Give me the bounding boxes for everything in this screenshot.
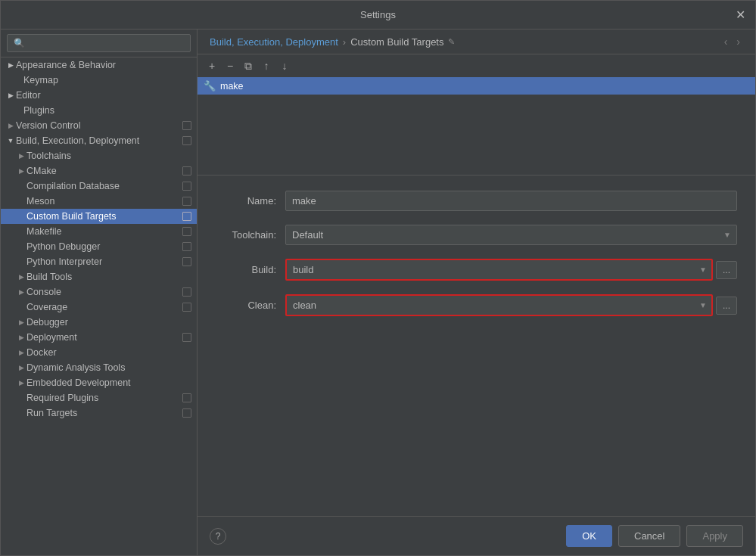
arrow-icon: ▶ [16,332,26,343]
clean-ellipsis-button[interactable]: ... [716,297,737,315]
toolchain-select[interactable]: Default [285,225,737,245]
sidebar-item-label: Coverage [26,302,182,312]
sidebar-item-embedded-dev[interactable]: ▶ Embedded Development [1,375,197,390]
toolchain-select-wrapper: Default ▼ [285,225,737,245]
sidebar-item-label: Toolchains [26,151,197,161]
name-row: Name: [216,191,737,211]
arrow-icon: ▶ [16,377,26,388]
apply-button[interactable]: Apply [686,525,743,547]
ok-button[interactable]: OK [566,525,612,547]
badge-icon [182,196,192,207]
sidebar-item-label: Editor [16,90,197,101]
arrow-icon: ▶ [16,272,26,282]
build-ellipsis-button[interactable]: ... [716,261,737,279]
move-down-button[interactable]: ↓ [276,57,293,74]
arrow-icon: ▶ [16,287,26,297]
breadcrumb-current: Custom Build Targets [350,36,443,48]
dialog-title: Settings [360,9,396,20]
nav-arrows: ‹ › [721,36,743,48]
sidebar-item-console[interactable]: ▶ Console [1,284,197,300]
arrow-icon: ▶ [5,90,16,101]
help-button[interactable]: ? [210,528,226,545]
name-label: Name: [216,195,276,207]
arrow-icon: ▶ [16,151,26,161]
target-icon: 🔧 [204,80,216,92]
sidebar-item-label: Keymap [23,75,197,85]
badge-icon [182,332,192,343]
arrow-icon: ▶ [5,60,16,70]
sidebar-item-required-plugins[interactable]: Required Plugins [1,390,197,405]
arrow-icon: ▶ [16,166,26,176]
sidebar-item-plugins[interactable]: Plugins [1,103,197,118]
sidebar-item-label: Appearance & Behavior [16,60,197,70]
cancel-button[interactable]: Cancel [618,525,680,547]
arrow-icon: ▶ [16,317,26,328]
sidebar-item-docker[interactable]: ▶ Docker [1,345,197,360]
breadcrumb-parent[interactable]: Build, Execution, Deployment [210,36,338,48]
copy-target-button[interactable]: ⧉ [240,57,257,74]
sidebar-item-label: Required Plugins [26,393,182,403]
panel-header: Build, Execution, Deployment › Custom Bu… [198,30,755,54]
arrow-icon: ▶ [16,347,26,358]
move-up-button[interactable]: ↑ [258,57,275,74]
sidebar-item-label: Custom Build Targets [26,211,182,222]
sidebar-item-label: Makefile [26,226,182,237]
sidebar-item-build-exec[interactable]: ▼ Build, Execution, Deployment [1,133,197,148]
sidebar: ▶ Appearance & Behavior Keymap ▶ Editor [1,30,198,555]
sidebar-item-dynamic-analysis[interactable]: ▶ Dynamic Analysis Tools [1,360,197,375]
sidebar-item-debugger[interactable]: ▶ Debugger [1,315,197,330]
sidebar-item-label: Docker [26,347,197,358]
breadcrumb-separator: › [343,36,346,48]
add-target-button[interactable]: + [204,57,220,74]
sidebar-item-run-targets[interactable]: Run Targets [1,405,197,421]
sidebar-item-label: Deployment [26,332,182,343]
sidebar-item-makefile[interactable]: Makefile [1,224,197,239]
badge-icon [182,241,192,252]
close-button[interactable]: ✕ [734,9,746,21]
clean-select-wrapper: clean ▼ [285,294,713,316]
sidebar-item-python-interpreter[interactable]: Python Interpreter [1,254,197,269]
sidebar-item-coverage[interactable]: Coverage [1,300,197,315]
search-input[interactable] [7,34,191,52]
sidebar-item-label: Console [26,287,182,297]
sidebar-item-label: Version Control [16,120,182,131]
nav-forward-button[interactable]: › [733,36,743,48]
sidebar-item-appearance[interactable]: ▶ Appearance & Behavior [1,57,197,73]
badge-icon [182,302,192,312]
right-panel: Build, Execution, Deployment › Custom Bu… [198,30,755,555]
sidebar-item-keymap[interactable]: Keymap [1,73,197,88]
badge-icon [182,226,192,237]
settings-dialog: Settings ✕ ▶ Appearance & Behavior Keyma… [0,0,756,556]
sidebar-item-version-control[interactable]: ▶ Version Control [1,118,197,133]
sidebar-item-label: Meson [26,196,182,207]
badge-icon [182,393,192,403]
sidebar-item-python-debugger[interactable]: Python Debugger [1,239,197,254]
badge-icon [182,408,192,418]
name-input[interactable] [285,191,737,211]
sidebar-item-deployment[interactable]: ▶ Deployment [1,330,197,345]
clean-select-group: clean ▼ ... [285,294,737,316]
edit-icon: ✎ [448,36,459,47]
sidebar-item-compilation-db[interactable]: Compilation Database [1,179,197,194]
sidebar-item-label: Build, Execution, Deployment [16,135,182,146]
sidebar-item-build-tools[interactable]: ▶ Build Tools [1,269,197,284]
nav-back-button[interactable]: ‹ [721,36,731,48]
sidebar-item-cmake[interactable]: ▶ CMake [1,163,197,179]
badge-icon [182,181,192,191]
arrow-icon: ▶ [5,120,16,131]
sidebar-tree: ▶ Appearance & Behavior Keymap ▶ Editor [1,57,197,555]
build-select[interactable]: build [285,259,713,281]
target-list: 🔧 make [198,77,755,175]
sidebar-item-editor[interactable]: ▶ Editor [1,88,197,103]
main-content: ▶ Appearance & Behavior Keymap ▶ Editor [1,30,755,555]
sidebar-item-label: Python Interpreter [26,256,182,267]
sidebar-item-label: Embedded Development [26,377,197,388]
remove-target-button[interactable]: − [222,57,238,74]
target-list-area: + − ⧉ ↑ ↓ 🔧 make [198,54,755,175]
search-box [1,30,197,57]
sidebar-item-toolchains[interactable]: ▶ Toolchains [1,148,197,163]
list-item[interactable]: 🔧 make [198,77,755,95]
sidebar-item-meson[interactable]: Meson [1,194,197,209]
clean-select[interactable]: clean [285,294,713,316]
sidebar-item-custom-build-targets[interactable]: Custom Build Targets [1,209,197,224]
